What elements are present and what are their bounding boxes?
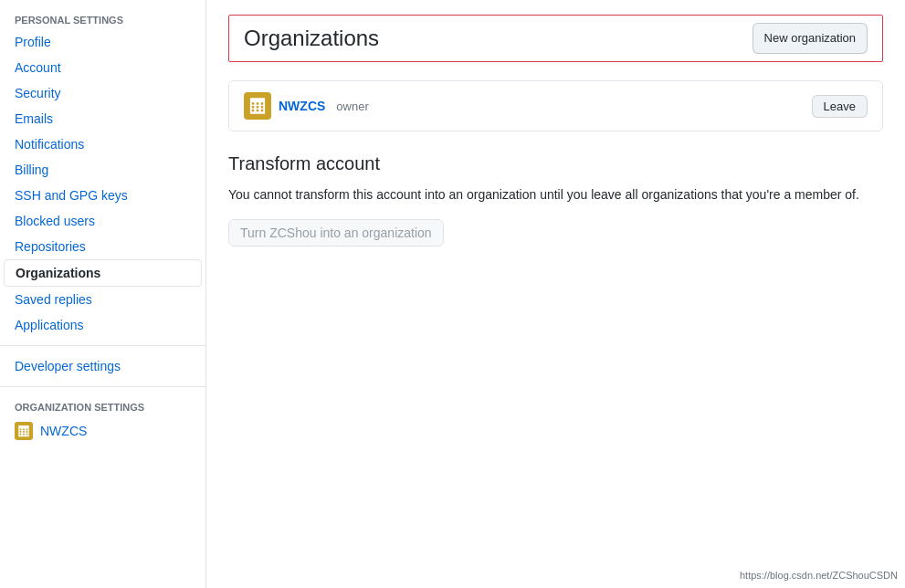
sidebar-divider-1 [0,345,205,346]
sidebar-item-developer-settings[interactable]: Developer settings [0,353,205,379]
transform-section: Transform account You cannot transform t… [228,153,883,247]
transform-section-description: You cannot transform this account into a… [228,185,883,205]
sidebar: Personal settings Profile Account Securi… [0,0,205,588]
sidebar-item-emails[interactable]: Emails [0,106,205,131]
main-content: Organizations New organization NWZCS own… [205,0,905,588]
transform-account-button: Turn ZCShou into an organization [228,219,444,247]
org-avatar-small-nwzcs [15,422,33,440]
transform-section-title: Transform account [228,153,883,174]
sidebar-item-security[interactable]: Security [0,80,205,106]
page-header: Organizations New organization [228,15,883,62]
sidebar-item-repositories[interactable]: Repositories [0,234,205,259]
sidebar-item-account[interactable]: Account [0,55,205,80]
org-role: owner [336,100,368,113]
sidebar-nav-section: Profile Account Security Emails Notifica… [0,29,205,338]
org-settings-title: Organization settings [0,394,205,416]
leave-org-button[interactable]: Leave [812,95,868,118]
sidebar-item-saved-replies[interactable]: Saved replies [0,287,205,312]
sidebar-item-applications[interactable]: Applications [0,312,205,338]
url-bar: https://blog.csdn.net/ZCShouCSDN [740,570,898,581]
sidebar-item-ssh-gpg[interactable]: SSH and GPG keys [0,183,205,208]
sidebar-org-nwzcs[interactable]: NWZCS [0,416,205,446]
org-name[interactable]: NWZCS [279,99,325,113]
personal-settings-title: Personal settings [0,7,205,29]
sidebar-item-billing[interactable]: Billing [0,157,205,183]
page-title: Organizations [244,26,379,51]
sidebar-item-notifications[interactable]: Notifications [0,131,205,157]
sidebar-item-profile[interactable]: Profile [0,29,205,55]
organization-box: NWZCS owner Leave [228,80,883,131]
building-icon [17,425,30,437]
sidebar-item-organizations[interactable]: Organizations [4,259,202,287]
org-info: NWZCS owner [244,92,369,120]
sidebar-divider-2 [0,386,205,387]
developer-settings-section: Developer settings [0,353,205,379]
org-building-icon [248,97,267,115]
sidebar-org-label-nwzcs: NWZCS [40,424,87,438]
new-organization-button[interactable]: New organization [752,23,868,54]
sidebar-item-blocked-users[interactable]: Blocked users [0,208,205,234]
org-settings-section: Organization settings NWZCS [0,394,205,446]
org-avatar-nwzcs [244,92,271,120]
